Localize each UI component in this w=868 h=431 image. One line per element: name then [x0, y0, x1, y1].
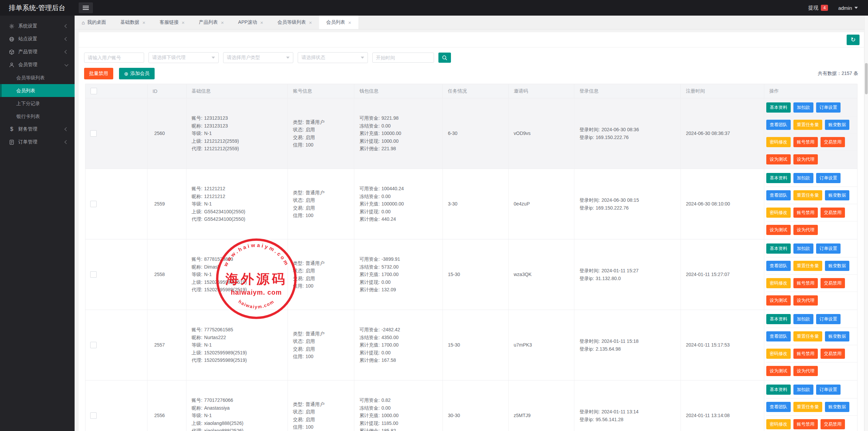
disable-trade-button[interactable]: 交易禁用: [821, 278, 845, 288]
cell-task-status: 30-30: [443, 380, 509, 431]
basic-info-button[interactable]: 基本资料: [766, 385, 791, 395]
row-checkbox[interactable]: [90, 201, 97, 207]
balance-records-button[interactable]: 账变数据: [825, 261, 849, 271]
view-team-button[interactable]: 查看团队: [766, 120, 791, 130]
disable-account-button[interactable]: 账号禁用: [793, 419, 818, 429]
disable-account-button[interactable]: 账号禁用: [793, 137, 818, 147]
add-deduct-button[interactable]: 加扣款: [793, 173, 813, 183]
disable-trade-button[interactable]: 交易禁用: [821, 349, 845, 359]
tab-close-icon[interactable]: ×: [142, 20, 145, 25]
order-settings-button[interactable]: 订单设置: [816, 314, 841, 324]
tab-app-scroll[interactable]: APP滚动×: [231, 16, 270, 29]
user-menu[interactable]: admin: [838, 5, 858, 11]
start-time-input[interactable]: [372, 53, 434, 63]
refresh-button[interactable]: ↻: [847, 35, 860, 45]
reset-task-button[interactable]: 重置任务量: [793, 190, 822, 200]
balance-records-button[interactable]: 账变数据: [825, 190, 849, 200]
sidebar-item-system-settings[interactable]: 系统设置: [0, 20, 75, 33]
info-label: 累计充值: [359, 413, 381, 418]
row-checkbox[interactable]: [90, 342, 97, 348]
change-password-button[interactable]: 密码修改: [766, 419, 791, 429]
tab-service-links[interactable]: 客服链接×: [153, 16, 192, 29]
order-settings-button[interactable]: 订单设置: [816, 173, 841, 183]
add-deduct-button[interactable]: 加扣款: [793, 314, 813, 324]
withdraw-link[interactable]: 提现: [808, 5, 818, 11]
basic-info-button[interactable]: 基本资料: [766, 243, 791, 254]
select-all-checkbox[interactable]: [91, 88, 97, 94]
info-line: 登录时间2024-01-11 15:18: [579, 337, 678, 345]
agent-select[interactable]: 请选择下级代理: [149, 52, 219, 63]
change-password-button[interactable]: 密码修改: [766, 349, 791, 359]
disable-account-button[interactable]: 账号禁用: [793, 349, 818, 359]
sidebar-item-order-management[interactable]: 订单管理: [0, 136, 75, 149]
disable-account-button[interactable]: 账号禁用: [793, 208, 818, 218]
balance-records-button[interactable]: 账变数据: [825, 402, 849, 412]
scrollbar-thumb[interactable]: [865, 63, 868, 94]
row-checkbox[interactable]: [90, 271, 97, 278]
balance-records-button[interactable]: 账变数据: [825, 120, 849, 130]
tab-close-icon[interactable]: ×: [260, 20, 263, 25]
reset-task-button[interactable]: 重置任务量: [793, 402, 822, 412]
tab-close-icon[interactable]: ×: [309, 20, 312, 25]
sidebar-item-member-level-list[interactable]: 会员等级列表: [0, 71, 75, 84]
change-password-button[interactable]: 密码修改: [766, 208, 791, 218]
tab-my-desktop[interactable]: ⌂我的桌面: [75, 16, 113, 29]
view-team-button[interactable]: 查看团队: [766, 261, 791, 271]
scrollbar-track[interactable]: [864, 16, 868, 431]
search-button[interactable]: [438, 53, 451, 63]
view-team-button[interactable]: 查看团队: [766, 331, 791, 341]
set-agent-button[interactable]: 设为代理: [793, 154, 818, 164]
reset-task-button[interactable]: 重置任务量: [793, 331, 822, 341]
info-value: 31.132.80.0: [596, 276, 621, 281]
disable-trade-button[interactable]: 交易禁用: [821, 208, 845, 218]
add-deduct-button[interactable]: 加扣款: [793, 243, 813, 254]
add-member-button[interactable]: ⊕ 添加会员: [119, 68, 155, 79]
tab-close-icon[interactable]: ×: [221, 20, 224, 25]
tab-member-list[interactable]: 会员列表×: [319, 16, 358, 29]
row-checkbox[interactable]: [90, 412, 97, 419]
tab-member-level-list[interactable]: 会员等级列表×: [270, 16, 319, 29]
view-team-button[interactable]: 查看团队: [766, 190, 791, 200]
tab-close-icon[interactable]: ×: [182, 20, 185, 25]
basic-info-button[interactable]: 基本资料: [766, 102, 791, 113]
user-type-select[interactable]: 请选择用户类型: [223, 52, 293, 63]
set-agent-button[interactable]: 设为代理: [793, 225, 818, 235]
status-select[interactable]: 请选择状态: [298, 52, 368, 63]
change-password-button[interactable]: 密码修改: [766, 137, 791, 147]
sidebar-item-finance-management[interactable]: $财务管理: [0, 123, 75, 136]
set-test-button[interactable]: 设为测试: [766, 154, 791, 164]
basic-info-button[interactable]: 基本资料: [766, 314, 791, 324]
reset-task-button[interactable]: 重置任务量: [793, 120, 822, 130]
set-test-button[interactable]: 设为测试: [766, 295, 791, 306]
tab-product-list[interactable]: 产品列表×: [192, 16, 231, 29]
order-settings-button[interactable]: 订单设置: [816, 243, 841, 254]
set-agent-button[interactable]: 设为代理: [793, 295, 818, 306]
sidebar-toggle-button[interactable]: [79, 2, 93, 13]
set-agent-button[interactable]: 设为代理: [793, 366, 818, 376]
set-test-button[interactable]: 设为测试: [766, 225, 791, 235]
disable-account-button[interactable]: 账号禁用: [793, 278, 818, 288]
view-team-button[interactable]: 查看团队: [766, 402, 791, 412]
change-password-button[interactable]: 密码修改: [766, 278, 791, 288]
basic-info-button[interactable]: 基本资料: [766, 173, 791, 183]
sidebar-item-bank-card-list[interactable]: 银行卡列表: [0, 110, 75, 123]
add-deduct-button[interactable]: 加扣款: [793, 102, 813, 113]
set-test-button[interactable]: 设为测试: [766, 366, 791, 376]
account-input[interactable]: [84, 53, 144, 63]
tab-basic-data[interactable]: 基础数据×: [113, 16, 153, 29]
row-checkbox[interactable]: [90, 130, 97, 137]
order-settings-button[interactable]: 订单设置: [816, 385, 841, 395]
reset-task-button[interactable]: 重置任务量: [793, 261, 822, 271]
sidebar-item-member-list[interactable]: 会员列表: [0, 84, 75, 97]
add-deduct-button[interactable]: 加扣款: [793, 385, 813, 395]
order-settings-button[interactable]: 订单设置: [816, 102, 841, 113]
sidebar-item-member-management[interactable]: 会员管理: [0, 58, 75, 71]
batch-disable-button[interactable]: 批量禁用: [84, 68, 113, 79]
disable-trade-button[interactable]: 交易禁用: [821, 137, 845, 147]
sidebar-item-updown-records[interactable]: 上下分记录: [0, 97, 75, 110]
sidebar-item-site-settings[interactable]: 站点设置: [0, 33, 75, 45]
sidebar-item-product-management[interactable]: 产品管理: [0, 45, 75, 58]
disable-trade-button[interactable]: 交易禁用: [821, 419, 845, 429]
tab-close-icon[interactable]: ×: [348, 20, 351, 25]
balance-records-button[interactable]: 账变数据: [825, 331, 849, 341]
